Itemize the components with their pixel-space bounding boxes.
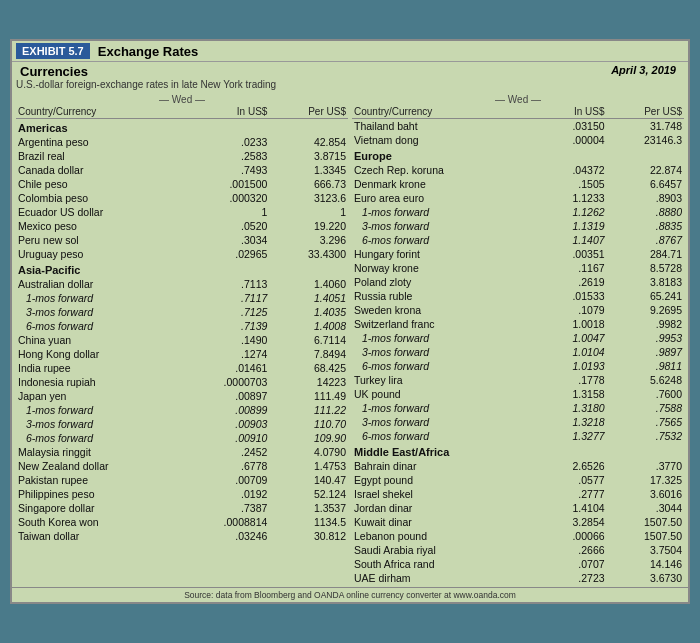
per-us-value: .9953 [607, 331, 684, 345]
in-us-value: .1778 [525, 373, 606, 387]
table-row: 3-mos forward 1.0104 .9897 [352, 345, 684, 359]
currency-name: South Korea won [16, 515, 184, 529]
table-row: Poland zloty .2619 3.8183 [352, 275, 684, 289]
per-us-value: 6.7114 [269, 333, 348, 347]
table-row: Lebanon pound .00066 1507.50 [352, 529, 684, 543]
in-us-value: .00066 [525, 529, 606, 543]
currency-name: Hong Kong dollar [16, 347, 184, 361]
currency-name: Sweden krona [352, 303, 525, 317]
table-row: Czech Rep. koruna .04372 22.874 [352, 163, 684, 177]
table-row: South Africa rand .0707 14.146 [352, 557, 684, 571]
in-us-value: 1.0047 [525, 331, 606, 345]
currency-name: Ecuador US dollar [16, 205, 184, 219]
currency-name: 3-mos forward [16, 417, 184, 431]
per-us-value: .7565 [607, 415, 684, 429]
table-row: India rupee .01461 68.425 [16, 361, 348, 375]
per-us-value: .3770 [607, 459, 684, 473]
table-row: Peru new sol .3034 3.296 [16, 233, 348, 247]
currency-name: Turkey lira [352, 373, 525, 387]
table-row: Taiwan dollar .03246 30.812 [16, 529, 348, 543]
currency-name: Switzerland franc [352, 317, 525, 331]
table-row: Brazil real .2583 3.8715 [16, 149, 348, 163]
region-row: Europe [352, 147, 684, 163]
per-us-value: 1134.5 [269, 515, 348, 529]
in-us-value: .0577 [525, 473, 606, 487]
col-right: — Wed — Country/Currency In US$ Per US$ … [352, 94, 684, 585]
per-us-value: 22.874 [607, 163, 684, 177]
currency-name: Pakistan rupee [16, 473, 184, 487]
table-row: Singapore dollar .7387 1.3537 [16, 501, 348, 515]
in-us-value: .1490 [184, 333, 269, 347]
per-us-value: 110.70 [269, 417, 348, 431]
table-row: Russia ruble .01533 65.241 [352, 289, 684, 303]
in-us-value: .000320 [184, 191, 269, 205]
table-row: Colombia peso .000320 3123.6 [16, 191, 348, 205]
currency-name: Brazil real [16, 149, 184, 163]
col-header-perus-left: Per US$ [269, 105, 348, 119]
in-us-value: .1079 [525, 303, 606, 317]
table-row: Egypt pound .0577 17.325 [352, 473, 684, 487]
per-us-value: 1.4008 [269, 319, 348, 333]
per-us-value: 1.4051 [269, 291, 348, 305]
currency-name: Russia ruble [352, 289, 525, 303]
in-us-value: .7387 [184, 501, 269, 515]
per-us-value: 140.47 [269, 473, 348, 487]
table-row: Pakistan rupee .00709 140.47 [16, 473, 348, 487]
currency-name: Mexico peso [16, 219, 184, 233]
per-us-value: 1.4035 [269, 305, 348, 319]
per-us-value: 111.22 [269, 403, 348, 417]
currency-name: Peru new sol [16, 233, 184, 247]
table-row: Denmark krone .1505 6.6457 [352, 177, 684, 191]
per-us-value: .8903 [607, 191, 684, 205]
currency-name: Norway krone [352, 261, 525, 275]
in-us-value: .00351 [525, 247, 606, 261]
per-us-value: .9897 [607, 345, 684, 359]
per-us-value: .3044 [607, 501, 684, 515]
table-row: Indonesia rupiah .0000703 14223 [16, 375, 348, 389]
table-row: 6-mos forward .7139 1.4008 [16, 319, 348, 333]
table-row: Saudi Arabia riyal .2666 3.7504 [352, 543, 684, 557]
subtitle: U.S.-dollar foreign-exchange rates in la… [12, 79, 688, 92]
table-row: Turkey lira .1778 5.6248 [352, 373, 684, 387]
currency-name: India rupee [16, 361, 184, 375]
currency-name: Hungary forint [352, 247, 525, 261]
table-row: Canada dollar .7493 1.3345 [16, 163, 348, 177]
table-row: 6-mos forward 1.3277 .7532 [352, 429, 684, 443]
currency-name: 1-mos forward [352, 331, 525, 345]
currency-name: 1-mos forward [16, 403, 184, 417]
per-us-value: 3.6730 [607, 571, 684, 585]
per-us-value: 111.49 [269, 389, 348, 403]
currency-name: UAE dirham [352, 571, 525, 585]
in-us-value: 1.3158 [525, 387, 606, 401]
per-us-value: 3.7504 [607, 543, 684, 557]
per-us-value: .8767 [607, 233, 684, 247]
per-us-value: .9982 [607, 317, 684, 331]
table-row: 6-mos forward 1.0193 .9811 [352, 359, 684, 373]
currency-name: Czech Rep. koruna [352, 163, 525, 177]
currency-name: 3-mos forward [352, 219, 525, 233]
in-us-value: .03246 [184, 529, 269, 543]
per-us-value: 1507.50 [607, 529, 684, 543]
footer-note: Source: data from Bloomberg and OANDA on… [12, 587, 688, 602]
in-us-value: .00897 [184, 389, 269, 403]
in-us-value: .7125 [184, 305, 269, 319]
in-us-value: 1.3277 [525, 429, 606, 443]
in-us-value: .1274 [184, 347, 269, 361]
table-row: China yuan .1490 6.7114 [16, 333, 348, 347]
currency-name: Taiwan dollar [16, 529, 184, 543]
in-us-value: 1.0193 [525, 359, 606, 373]
currency-name: Thailand baht [352, 119, 525, 134]
in-us-value: .2723 [525, 571, 606, 585]
in-us-value: .0707 [525, 557, 606, 571]
per-us-value: 3123.6 [269, 191, 348, 205]
in-us-value: .7113 [184, 277, 269, 291]
in-us-value: .6778 [184, 459, 269, 473]
table-row: 6-mos forward .00910 109.90 [16, 431, 348, 445]
currency-name: Israel shekel [352, 487, 525, 501]
in-us-value: .00910 [184, 431, 269, 445]
col-header-country-left: Country/Currency [16, 105, 184, 119]
table-row: 3-mos forward 1.1319 .8835 [352, 219, 684, 233]
per-us-value: 284.71 [607, 247, 684, 261]
table-row: UAE dirham .2723 3.6730 [352, 571, 684, 585]
in-us-value: .7493 [184, 163, 269, 177]
